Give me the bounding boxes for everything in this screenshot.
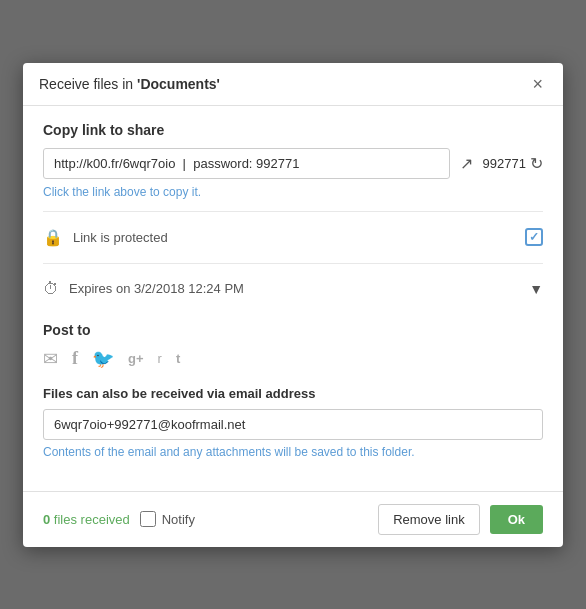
email-hint: Contents of the email and any attachment… <box>43 445 543 459</box>
social-icons-row: ✉ f 🐦 g+ r t <box>43 348 543 370</box>
dialog-header: Receive files in 'Documents' × <box>23 63 563 106</box>
files-count: 0 <box>43 512 50 527</box>
password-display: 992771 ↻ <box>483 154 543 173</box>
link-protected-checkbox[interactable] <box>525 228 543 246</box>
refresh-icon[interactable]: ↻ <box>530 154 543 173</box>
external-link-icon[interactable]: ↗ <box>460 154 473 173</box>
notify-text: Notify <box>162 512 195 527</box>
close-button[interactable]: × <box>528 75 547 93</box>
expires-row: ⏱ Expires on 3/2/2018 12:24 PM ▼ <box>43 272 543 306</box>
password-value: 992771 <box>483 156 526 171</box>
divider-1 <box>43 211 543 212</box>
expires-dropdown-icon[interactable]: ▼ <box>529 281 543 297</box>
clock-icon: ⏱ <box>43 280 59 298</box>
divider-2 <box>43 263 543 264</box>
click-hint: Click the link above to copy it. <box>43 185 543 199</box>
lock-icon: 🔒 <box>43 228 63 247</box>
reddit-icon[interactable]: r <box>158 351 162 366</box>
dialog-footer: 0 files received Notify Remove link Ok <box>23 491 563 547</box>
footer-left: 0 files received Notify <box>43 511 195 527</box>
google-plus-icon[interactable]: g+ <box>128 351 144 366</box>
email-social-icon[interactable]: ✉ <box>43 348 58 370</box>
link-protected-row: 🔒 Link is protected <box>43 220 543 255</box>
dialog-body: Copy link to share ↗ 992771 ↻ Click the … <box>23 106 563 475</box>
expires-label: Expires on 3/2/2018 12:24 PM <box>69 281 244 296</box>
title-folder: 'Documents' <box>137 76 220 92</box>
tumblr-icon[interactable]: t <box>176 351 180 366</box>
files-received-count: 0 files received <box>43 512 130 527</box>
copy-link-heading: Copy link to share <box>43 122 543 138</box>
expires-left: ⏱ Expires on 3/2/2018 12:24 PM <box>43 280 244 298</box>
post-to-heading: Post to <box>43 322 543 338</box>
twitter-icon[interactable]: 🐦 <box>92 348 114 370</box>
receive-files-dialog: Receive files in 'Documents' × Copy link… <box>23 63 563 547</box>
link-row: ↗ 992771 ↻ <box>43 148 543 179</box>
dialog-title: Receive files in 'Documents' <box>39 76 220 92</box>
remove-link-button[interactable]: Remove link <box>378 504 480 535</box>
notify-checkbox[interactable] <box>140 511 156 527</box>
facebook-icon[interactable]: f <box>72 348 78 369</box>
link-protected-label: Link is protected <box>73 230 168 245</box>
ok-button[interactable]: Ok <box>490 505 543 534</box>
post-to-section: Post to ✉ f 🐦 g+ r t <box>43 322 543 370</box>
footer-right: Remove link Ok <box>378 504 543 535</box>
files-label: files received <box>54 512 130 527</box>
email-section-label: Files can also be received via email add… <box>43 386 543 401</box>
link-protected-left: 🔒 Link is protected <box>43 228 168 247</box>
notify-label[interactable]: Notify <box>140 511 195 527</box>
title-prefix: Receive files in <box>39 76 137 92</box>
email-address-input[interactable] <box>43 409 543 440</box>
link-input[interactable] <box>43 148 450 179</box>
email-section: Files can also be received via email add… <box>43 386 543 459</box>
